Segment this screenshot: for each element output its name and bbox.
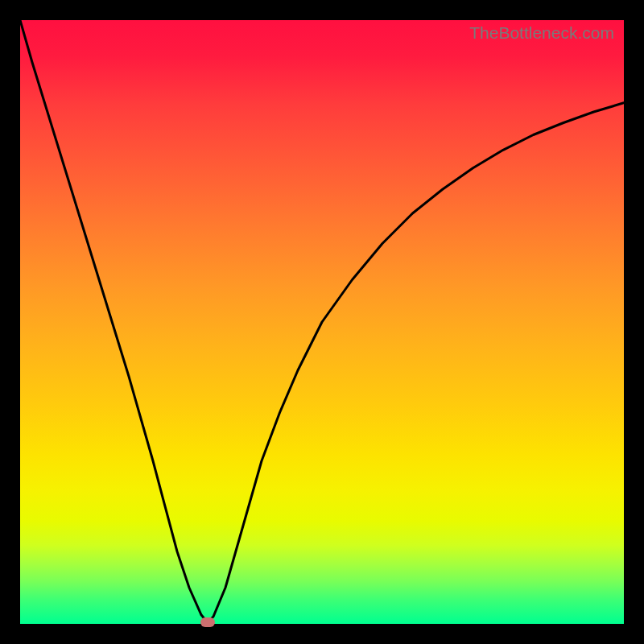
minimum-marker [200, 617, 215, 627]
plot-area: TheBottleneck.com [20, 20, 624, 624]
bottleneck-curve-path [20, 20, 624, 622]
curve-svg [20, 20, 624, 624]
chart-frame: TheBottleneck.com [0, 0, 644, 644]
